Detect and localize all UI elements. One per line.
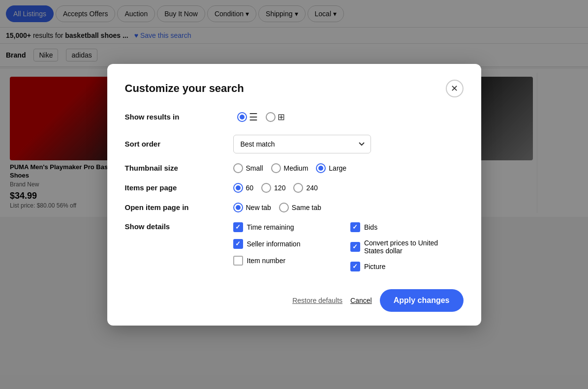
- cancel-button[interactable]: Cancel: [350, 297, 372, 304]
- modal-header: Customize your search ✕: [125, 80, 464, 97]
- convert-prices-checkbox-row[interactable]: ✓ Convert prices to United States dollar: [350, 239, 448, 255]
- list-view-option[interactable]: ☰: [233, 109, 262, 125]
- checkboxes-right: ✓ Bids ✓ Convert prices to United States…: [350, 222, 448, 271]
- items-per-page-row: Items per page 60 120 240: [125, 183, 464, 193]
- sort-order-row: Sort order Best match Price: lowest firs…: [125, 135, 464, 153]
- list-view-radio[interactable]: [237, 112, 247, 122]
- seller-info-checkbox-row[interactable]: ✓ Seller information: [233, 239, 331, 249]
- picture-checkbox[interactable]: ✓: [350, 262, 360, 271]
- sort-order-label: Sort order: [125, 140, 223, 148]
- items-per-page-options: 60 120 240: [233, 183, 318, 193]
- same-tab-radio[interactable]: [279, 203, 289, 212]
- items-120-option[interactable]: 120: [261, 183, 285, 193]
- picture-checkbox-row[interactable]: ✓ Picture: [350, 262, 448, 271]
- apply-changes-button[interactable]: Apply changes: [380, 289, 464, 312]
- list-view-icon: ☰: [249, 111, 258, 123]
- thumbnail-options: Small Medium Large: [233, 163, 347, 173]
- view-options: ☰ ⊞: [233, 109, 289, 125]
- show-details-area: ✓ Time remaining ✓ Seller information It…: [233, 222, 448, 271]
- modal-footer: Restore defaults Cancel Apply changes: [125, 285, 464, 312]
- show-details-label: Show details: [125, 222, 223, 231]
- checkboxes-left: ✓ Time remaining ✓ Seller information It…: [233, 222, 331, 271]
- customize-search-modal: Customize your search ✕ Show results in …: [107, 64, 481, 326]
- open-item-label: Open item page in: [125, 203, 223, 211]
- thumb-large-option[interactable]: Large: [316, 163, 346, 173]
- grid-view-option[interactable]: ⊞: [262, 110, 289, 124]
- time-remaining-checkbox-row[interactable]: ✓ Time remaining: [233, 222, 331, 232]
- grid-view-radio[interactable]: [266, 112, 276, 122]
- open-item-options: New tab Same tab: [233, 203, 321, 212]
- convert-prices-checkbox[interactable]: ✓: [350, 242, 360, 252]
- check-icon: ✓: [352, 243, 358, 250]
- show-details-row: Show details ✓ Time remaining ✓ Seller i…: [125, 222, 464, 271]
- bids-checkbox-row[interactable]: ✓ Bids: [350, 222, 448, 232]
- thumbnail-label: Thumbnail size: [125, 164, 223, 172]
- sort-order-select[interactable]: Best match Price: lowest first Price: hi…: [233, 135, 371, 153]
- new-tab-radio[interactable]: [233, 203, 243, 212]
- check-icon: ✓: [352, 263, 358, 270]
- thumb-medium-option[interactable]: Medium: [271, 163, 309, 173]
- check-icon: ✓: [235, 240, 241, 247]
- sort-order-select-wrapper: Best match Price: lowest first Price: hi…: [233, 135, 371, 153]
- check-icon: ✓: [352, 223, 358, 231]
- items-240-radio[interactable]: [293, 183, 303, 193]
- time-remaining-checkbox[interactable]: ✓: [233, 222, 243, 232]
- item-number-checkbox[interactable]: [233, 256, 243, 266]
- new-tab-option[interactable]: New tab: [233, 203, 271, 212]
- thumbnail-size-row: Thumbnail size Small Medium Large: [125, 163, 464, 173]
- show-results-label: Show results in: [125, 113, 223, 121]
- items-per-page-label: Items per page: [125, 183, 223, 192]
- thumb-small-option[interactable]: Small: [233, 163, 263, 173]
- items-120-radio[interactable]: [261, 183, 271, 193]
- restore-defaults-button[interactable]: Restore defaults: [292, 297, 342, 304]
- items-60-option[interactable]: 60: [233, 183, 254, 193]
- open-item-row: Open item page in New tab Same tab: [125, 203, 464, 212]
- show-results-row: Show results in ☰ ⊞: [125, 109, 464, 125]
- same-tab-option[interactable]: Same tab: [279, 203, 321, 212]
- item-number-checkbox-row[interactable]: Item number: [233, 256, 331, 266]
- bids-checkbox[interactable]: ✓: [350, 222, 360, 232]
- seller-info-checkbox[interactable]: ✓: [233, 239, 243, 249]
- close-modal-button[interactable]: ✕: [446, 80, 464, 97]
- grid-view-icon: ⊞: [278, 112, 285, 122]
- thumb-small-radio[interactable]: [233, 163, 243, 173]
- thumb-large-radio[interactable]: [316, 163, 326, 173]
- modal-title: Customize your search: [125, 82, 244, 95]
- thumb-medium-radio[interactable]: [271, 163, 281, 173]
- items-240-option[interactable]: 240: [293, 183, 317, 193]
- items-60-radio[interactable]: [233, 183, 243, 193]
- check-icon: ✓: [235, 223, 241, 231]
